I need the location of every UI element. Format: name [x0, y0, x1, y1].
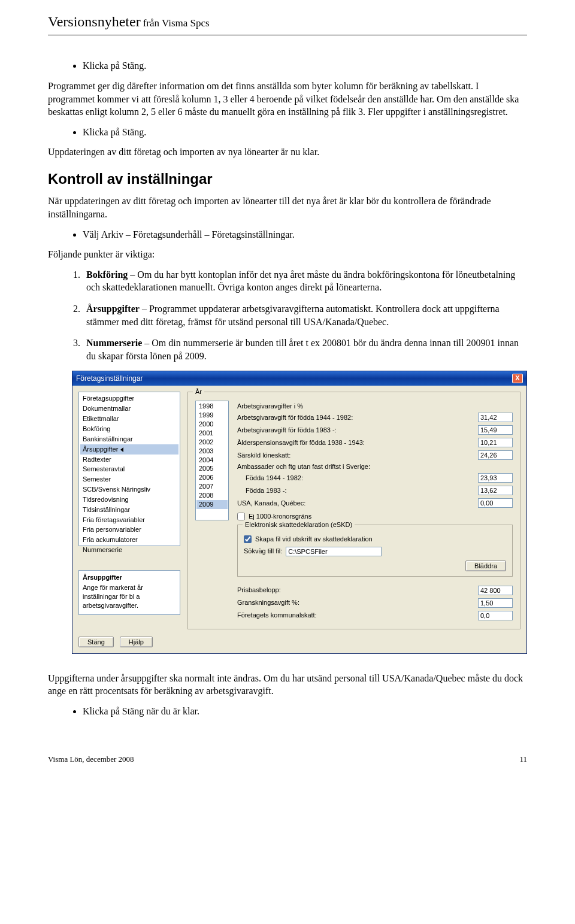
year-item[interactable]: 2000 [196, 420, 228, 429]
list-item[interactable]: Fria ackumulatorer [80, 535, 178, 545]
header-rule [48, 35, 527, 35]
ej-1000-checkbox[interactable] [237, 513, 245, 520]
field-label: Födda 1983 -: [237, 486, 478, 495]
list-item[interactable]: Bokföring [80, 424, 178, 434]
list-item: Årsuppgifter – Programmet uppdaterar arb… [83, 302, 527, 328]
field-label: Ålderspensionsavgift för födda 1938 - 19… [237, 438, 478, 447]
eskd-group: Elektronisk skattedeklaration (eSKD) Ska… [237, 525, 513, 577]
section-heading: Kontroll av inställningar [48, 169, 527, 189]
paragraph: Programmet ger dig därefter information … [48, 80, 527, 119]
year-item[interactable]: 2002 [196, 438, 228, 447]
header-subtitle: från Visma Spcs [143, 17, 210, 29]
year-item[interactable]: 1999 [196, 411, 228, 420]
numbered-list: Bokföring – Om du har bytt kontoplan inf… [83, 268, 527, 363]
group-legend: År [193, 387, 204, 396]
value-field[interactable] [478, 438, 513, 447]
list-item[interactable]: Företagsuppgifter [80, 393, 178, 404]
year-item[interactable]: 2008 [196, 491, 228, 500]
bullet-item: Klicka på Stäng. [83, 59, 527, 72]
value-field[interactable] [478, 450, 513, 460]
path-field[interactable] [286, 547, 382, 556]
bullet-list: Klicka på Stäng. [83, 126, 527, 139]
paragraph: Följande punkter är viktiga: [48, 248, 527, 261]
field-label: Födda 1944 - 1982: [237, 474, 478, 483]
year-item[interactable]: 2004 [196, 456, 228, 465]
field-label: Prisbasbelopp: [237, 586, 478, 595]
list-item[interactable]: Fria företagsvariabler [80, 515, 178, 525]
list-item-text: – Om du har bytt kontoplan inför det nya… [86, 269, 515, 293]
year-item[interactable]: 2009 [196, 500, 228, 509]
bullet-item: Klicka på Stäng när du är klar. [83, 705, 527, 718]
paragraph: När uppdateringen av ditt företag och im… [48, 195, 527, 220]
bullet-list: Klicka på Stäng. [83, 59, 527, 72]
year-item[interactable]: 2003 [196, 447, 228, 456]
field-label: Granskningsavgift %: [237, 598, 478, 607]
checkbox-label: Ej 1000-kronorsgräns [249, 512, 311, 521]
list-item: Bokföring – Om du har bytt kontoplan inf… [83, 268, 527, 294]
value-field[interactable] [478, 425, 513, 435]
footer-left: Visma Lön, december 2008 [48, 754, 134, 765]
close-dialog-button[interactable]: Stäng [78, 637, 114, 647]
close-button[interactable]: X [512, 374, 523, 383]
field-label: Arbetsgivaravgift för födda 1983 -: [237, 426, 478, 435]
year-item[interactable]: 2005 [196, 464, 228, 473]
paragraph: Uppgifterna under årsuppgifter ska norma… [48, 672, 527, 698]
skapa-fil-checkbox[interactable] [244, 535, 252, 543]
list-item-text: – Programmet uppdaterar arbetsgivaravgif… [86, 304, 500, 327]
year-group: År 1998199920002001200220032004200520062… [187, 392, 520, 629]
help-title: Årsuppgifter [83, 573, 176, 582]
selected-arrow-icon [120, 447, 123, 452]
page-header: Versionsnyheter från Visma Spcs [48, 12, 527, 31]
list-item-strong: Nummerserie [86, 338, 142, 348]
header-title: Versionsnyheter [48, 14, 141, 29]
list-item-strong: Årsuppgifter [86, 304, 140, 314]
list-item[interactable]: Etikettmallar [80, 414, 178, 424]
list-item[interactable]: Dokumentmallar [80, 404, 178, 414]
help-panel: Årsuppgifter Ange för markerat år instäl… [78, 570, 180, 615]
dialog-titlebar: Företagsinställningar X [72, 371, 526, 386]
year-item[interactable]: 2001 [196, 429, 228, 438]
category-listbox[interactable]: FöretagsuppgifterDokumentmallarEtikettma… [78, 392, 180, 546]
value-field[interactable] [478, 473, 513, 483]
footer-page-number: 11 [519, 754, 527, 765]
list-item[interactable]: Fria personvariabler [80, 525, 178, 535]
list-item[interactable]: Nummerserie [80, 545, 178, 555]
list-item-text: – Om din nummerserie är bunden till året… [86, 338, 519, 361]
field-label: Arbetsgivaravgift för födda 1944 - 1982: [237, 413, 478, 422]
field-label: Sökväg till fil: [244, 547, 282, 556]
form-subheading: Ambassader och ftg utan fast driftst i S… [237, 462, 513, 471]
list-item[interactable]: Årsuppgifter [80, 444, 178, 455]
list-item-strong: Bokföring [86, 269, 128, 280]
form-subheading: Arbetsgivaravgifter i % [237, 402, 513, 411]
year-item[interactable]: 2006 [196, 473, 228, 482]
list-item[interactable]: Radtexter [80, 455, 178, 465]
list-item[interactable]: Tidsredovisning [80, 495, 178, 505]
list-item: Nummerserie – Om din nummerserie är bund… [83, 337, 527, 362]
year-item[interactable]: 1998 [196, 402, 228, 411]
help-button[interactable]: Hjälp [120, 637, 153, 647]
browse-button[interactable]: Bläddra [465, 561, 506, 571]
list-item[interactable]: Tidsinställningar [80, 505, 178, 515]
field-label: USA, Kanada, Québec: [237, 499, 478, 508]
field-label: Särskild löneskatt: [237, 451, 478, 460]
checkbox-label: Skapa fil vid utskrift av skattedeklarat… [255, 535, 373, 544]
list-item[interactable]: Semesteravtal [80, 464, 178, 474]
value-field[interactable] [478, 586, 513, 595]
dialog-title: Företagsinställningar [76, 374, 143, 383]
bullet-item: Klicka på Stäng. [83, 126, 527, 139]
value-field[interactable] [478, 598, 513, 608]
bullet-list: Klicka på Stäng när du är klar. [83, 705, 527, 718]
paragraph: Uppdateringen av ditt företag och import… [48, 146, 527, 159]
list-item[interactable]: SCB/Svensk Näringsliv [80, 484, 178, 495]
bullet-list: Välj Arkiv – Företagsunderhåll – Företag… [83, 228, 527, 241]
settings-dialog: Företagsinställningar X Företagsuppgifte… [72, 371, 527, 654]
year-listbox[interactable]: 1998199920002001200220032004200520062007… [195, 401, 229, 520]
value-field[interactable] [478, 486, 513, 495]
value-field[interactable] [478, 611, 513, 620]
year-item[interactable]: 2007 [196, 482, 228, 491]
group-legend: Elektronisk skattedeklaration (eSKD) [243, 520, 355, 529]
value-field[interactable] [478, 413, 513, 422]
list-item[interactable]: Semester [80, 474, 178, 484]
usa-field[interactable] [478, 498, 513, 508]
list-item[interactable]: Bankinställningar [80, 434, 178, 444]
